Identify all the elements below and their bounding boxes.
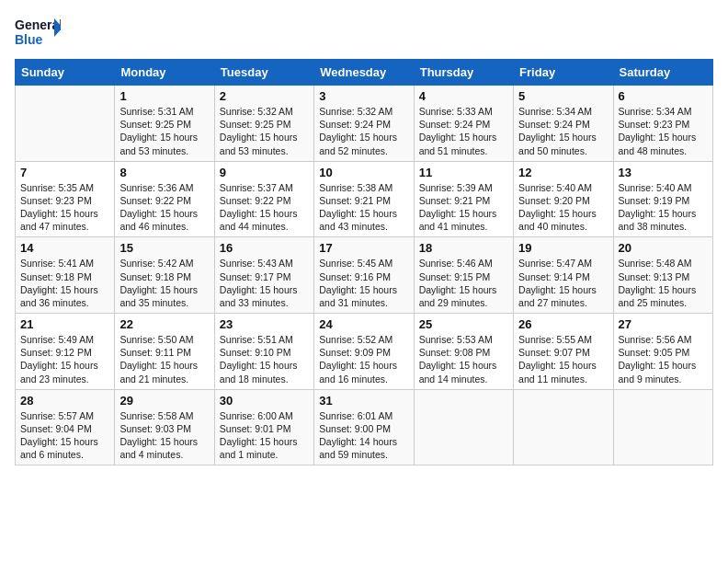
calendar-cell: 10Sunrise: 5:38 AM Sunset: 9:21 PM Dayli… (314, 161, 414, 237)
calendar-cell: 22Sunrise: 5:50 AM Sunset: 9:11 PM Dayli… (115, 314, 214, 390)
cell-info: Sunrise: 5:53 AM Sunset: 9:08 PM Dayligh… (419, 333, 508, 385)
cell-info: Sunrise: 5:47 AM Sunset: 9:14 PM Dayligh… (518, 257, 608, 309)
cell-info: Sunrise: 5:49 AM Sunset: 9:12 PM Dayligh… (20, 333, 109, 385)
cell-info: Sunrise: 5:57 AM Sunset: 9:04 PM Dayligh… (20, 409, 109, 462)
cell-info: Sunrise: 5:33 AM Sunset: 9:24 PM Dayligh… (419, 105, 508, 157)
cell-info: Sunrise: 5:34 AM Sunset: 9:23 PM Dayligh… (619, 105, 708, 157)
cell-info: Sunrise: 5:32 AM Sunset: 9:25 PM Dayligh… (220, 105, 309, 157)
cell-info: Sunrise: 6:01 AM Sunset: 9:00 PM Dayligh… (319, 409, 408, 462)
cell-info: Sunrise: 5:40 AM Sunset: 9:20 PM Dayligh… (518, 181, 608, 234)
day-number: 2 (220, 89, 309, 103)
logo: General Blue (15, 15, 61, 52)
cell-info: Sunrise: 5:50 AM Sunset: 9:11 PM Dayligh… (119, 333, 209, 385)
cell-info: Sunrise: 5:58 AM Sunset: 9:03 PM Dayligh… (119, 409, 209, 462)
calendar-cell: 12Sunrise: 5:40 AM Sunset: 9:20 PM Dayli… (514, 161, 613, 237)
calendar-cell: 17Sunrise: 5:45 AM Sunset: 9:16 PM Dayli… (314, 237, 414, 314)
calendar-cell: 27Sunrise: 5:56 AM Sunset: 9:05 PM Dayli… (613, 314, 712, 390)
cell-info: Sunrise: 5:35 AM Sunset: 9:23 PM Dayligh… (20, 181, 109, 234)
cell-info: Sunrise: 5:48 AM Sunset: 9:13 PM Dayligh… (619, 257, 708, 309)
day-number: 7 (20, 166, 109, 179)
calendar-cell: 1Sunrise: 5:31 AM Sunset: 9:25 PM Daylig… (115, 86, 214, 162)
day-number: 25 (419, 317, 508, 331)
cell-info: Sunrise: 5:36 AM Sunset: 9:22 PM Dayligh… (119, 181, 209, 234)
calendar-cell: 14Sunrise: 5:41 AM Sunset: 9:18 PM Dayli… (16, 237, 115, 314)
cell-info: Sunrise: 5:34 AM Sunset: 9:24 PM Dayligh… (518, 105, 608, 157)
calendar-cell: 6Sunrise: 5:34 AM Sunset: 9:23 PM Daylig… (613, 86, 712, 162)
cell-info: Sunrise: 5:55 AM Sunset: 9:07 PM Dayligh… (518, 333, 608, 385)
cell-info: Sunrise: 5:39 AM Sunset: 9:21 PM Dayligh… (419, 181, 508, 234)
cell-info: Sunrise: 5:32 AM Sunset: 9:24 PM Dayligh… (319, 105, 408, 157)
day-number: 24 (319, 317, 408, 331)
day-number: 26 (518, 317, 608, 331)
day-number: 22 (119, 317, 209, 331)
calendar-cell: 16Sunrise: 5:43 AM Sunset: 9:17 PM Dayli… (214, 237, 313, 314)
calendar-cell: 5Sunrise: 5:34 AM Sunset: 9:24 PM Daylig… (514, 86, 613, 162)
day-number: 9 (220, 166, 309, 179)
day-number: 30 (220, 394, 309, 408)
day-number: 19 (518, 241, 608, 255)
col-header-saturday: Saturday (613, 60, 712, 86)
calendar-cell: 11Sunrise: 5:39 AM Sunset: 9:21 PM Dayli… (414, 161, 513, 237)
calendar-cell: 13Sunrise: 5:40 AM Sunset: 9:19 PM Dayli… (613, 161, 712, 237)
cell-info: Sunrise: 5:31 AM Sunset: 9:25 PM Dayligh… (119, 105, 209, 157)
cell-info: Sunrise: 5:52 AM Sunset: 9:09 PM Dayligh… (319, 333, 408, 385)
calendar-cell: 9Sunrise: 5:37 AM Sunset: 9:22 PM Daylig… (214, 161, 313, 237)
calendar-cell: 30Sunrise: 6:00 AM Sunset: 9:01 PM Dayli… (214, 389, 313, 465)
calendar-cell: 25Sunrise: 5:53 AM Sunset: 9:08 PM Dayli… (414, 314, 513, 390)
cell-info: Sunrise: 6:00 AM Sunset: 9:01 PM Dayligh… (220, 409, 309, 462)
day-number: 6 (619, 89, 708, 103)
calendar-cell (613, 389, 712, 465)
day-number: 12 (518, 166, 608, 179)
calendar-cell: 21Sunrise: 5:49 AM Sunset: 9:12 PM Dayli… (16, 314, 115, 390)
day-number: 15 (119, 241, 209, 255)
cell-info: Sunrise: 5:43 AM Sunset: 9:17 PM Dayligh… (220, 257, 309, 309)
col-header-tuesday: Tuesday (214, 60, 313, 86)
calendar-table: SundayMondayTuesdayWednesdayThursdayFrid… (15, 59, 713, 465)
calendar-cell (16, 86, 115, 162)
cell-info: Sunrise: 5:38 AM Sunset: 9:21 PM Dayligh… (319, 181, 408, 234)
day-number: 13 (619, 166, 708, 179)
col-header-thursday: Thursday (414, 60, 513, 86)
day-number: 29 (119, 394, 209, 408)
calendar-cell: 15Sunrise: 5:42 AM Sunset: 9:18 PM Dayli… (115, 237, 214, 314)
calendar-cell: 23Sunrise: 5:51 AM Sunset: 9:10 PM Dayli… (214, 314, 313, 390)
day-number: 27 (619, 317, 708, 331)
day-number: 23 (220, 317, 309, 331)
cell-info: Sunrise: 5:40 AM Sunset: 9:19 PM Dayligh… (619, 181, 708, 234)
calendar-cell: 18Sunrise: 5:46 AM Sunset: 9:15 PM Dayli… (414, 237, 513, 314)
col-header-wednesday: Wednesday (314, 60, 414, 86)
day-number: 1 (119, 89, 209, 103)
calendar-cell: 31Sunrise: 6:01 AM Sunset: 9:00 PM Dayli… (314, 389, 414, 465)
cell-info: Sunrise: 5:51 AM Sunset: 9:10 PM Dayligh… (220, 333, 309, 385)
page-header: General Blue (15, 15, 713, 52)
calendar-cell: 28Sunrise: 5:57 AM Sunset: 9:04 PM Dayli… (16, 389, 115, 465)
calendar-cell: 2Sunrise: 5:32 AM Sunset: 9:25 PM Daylig… (214, 86, 313, 162)
calendar-cell: 26Sunrise: 5:55 AM Sunset: 9:07 PM Dayli… (514, 314, 613, 390)
day-number: 10 (319, 166, 408, 179)
calendar-cell: 3Sunrise: 5:32 AM Sunset: 9:24 PM Daylig… (314, 86, 414, 162)
day-number: 4 (419, 89, 508, 103)
calendar-cell: 24Sunrise: 5:52 AM Sunset: 9:09 PM Dayli… (314, 314, 414, 390)
day-number: 5 (518, 89, 608, 103)
calendar-cell (414, 389, 513, 465)
svg-text:Blue: Blue (15, 32, 43, 47)
cell-info: Sunrise: 5:42 AM Sunset: 9:18 PM Dayligh… (119, 257, 209, 309)
day-number: 31 (319, 394, 408, 408)
calendar-cell (514, 389, 613, 465)
cell-info: Sunrise: 5:37 AM Sunset: 9:22 PM Dayligh… (220, 181, 309, 234)
calendar-cell: 29Sunrise: 5:58 AM Sunset: 9:03 PM Dayli… (115, 389, 214, 465)
day-number: 11 (419, 166, 508, 179)
svg-text:General: General (15, 17, 61, 32)
calendar-cell: 20Sunrise: 5:48 AM Sunset: 9:13 PM Dayli… (613, 237, 712, 314)
col-header-sunday: Sunday (16, 60, 115, 86)
calendar-cell: 4Sunrise: 5:33 AM Sunset: 9:24 PM Daylig… (414, 86, 513, 162)
cell-info: Sunrise: 5:56 AM Sunset: 9:05 PM Dayligh… (619, 333, 708, 385)
day-number: 21 (20, 317, 109, 331)
day-number: 17 (319, 241, 408, 255)
day-number: 3 (319, 89, 408, 103)
calendar-cell: 7Sunrise: 5:35 AM Sunset: 9:23 PM Daylig… (16, 161, 115, 237)
calendar-cell: 19Sunrise: 5:47 AM Sunset: 9:14 PM Dayli… (514, 237, 613, 314)
cell-info: Sunrise: 5:45 AM Sunset: 9:16 PM Dayligh… (319, 257, 408, 309)
col-header-monday: Monday (115, 60, 214, 86)
calendar-cell: 8Sunrise: 5:36 AM Sunset: 9:22 PM Daylig… (115, 161, 214, 237)
